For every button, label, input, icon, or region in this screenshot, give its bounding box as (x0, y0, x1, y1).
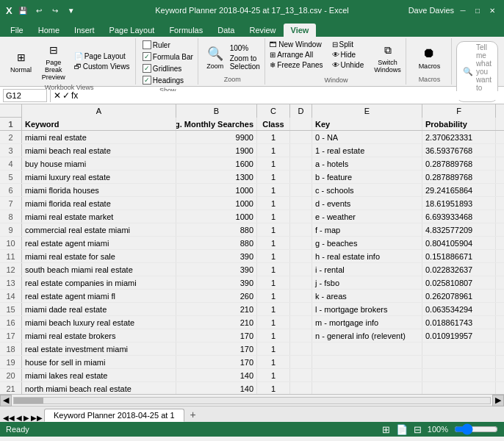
cell-b[interactable]: 1000 (176, 184, 257, 196)
cell-c[interactable]: 1 (257, 343, 290, 355)
cell-g[interactable] (496, 303, 504, 315)
cell-a[interactable]: miami florida real estate (22, 197, 176, 209)
cell-d[interactable] (290, 329, 312, 342)
cell-g[interactable] (496, 316, 504, 329)
col-header-c[interactable]: C (257, 104, 290, 118)
scroll-right-btn[interactable]: ▶ (492, 395, 504, 406)
cell-e[interactable] (312, 356, 422, 368)
customize-icon[interactable]: ▼ (65, 4, 77, 16)
page-break-preview-btn[interactable]: ⊟ Page BreakPreview (36, 40, 71, 82)
close-btn[interactable]: ✕ (486, 4, 498, 16)
cell-f[interactable]: 0.025810807 (422, 276, 496, 289)
cell-g[interactable] (496, 369, 504, 381)
cell-d[interactable] (290, 343, 312, 355)
zoom-slider[interactable] (454, 423, 498, 435)
normal-btn[interactable]: ⊞ Normal (7, 47, 35, 75)
cell-c[interactable]: 1 (257, 184, 290, 196)
cell-a[interactable]: miami florida houses (22, 184, 176, 196)
cell-g[interactable] (496, 237, 504, 249)
cell-b[interactable]: 1600 (176, 157, 257, 170)
formula-bar-checkbox[interactable]: ✓ (143, 52, 151, 61)
cell-b[interactable]: 390 (176, 263, 257, 276)
cell-b[interactable]: 210 (176, 316, 257, 329)
cell-e[interactable] (312, 382, 422, 394)
cell-e[interactable]: n - general info (relevent) (312, 329, 422, 342)
scroll-left-btn[interactable]: ◀ (0, 395, 12, 406)
cell-d[interactable] (290, 144, 312, 157)
cell-f[interactable]: 0.010919957 (422, 329, 496, 342)
cell-g[interactable] (496, 250, 504, 262)
cell-b[interactable]: 170 (176, 343, 257, 355)
cell-b[interactable]: 880 (176, 237, 257, 249)
cell-c[interactable]: 1 (257, 316, 290, 329)
cell-a[interactable]: south beach miami real estate (22, 263, 176, 276)
cell-f[interactable]: 0.262078961 (422, 290, 496, 302)
cell-c[interactable]: 1 (257, 276, 290, 289)
cell-d1[interactable] (290, 118, 312, 130)
cell-e[interactable]: i - rental (312, 263, 422, 276)
cell-b[interactable]: 210 (176, 303, 257, 315)
cell-c[interactable]: 1 (257, 369, 290, 381)
sheet-tab-1[interactable]: Keyword Planner 2018-04-25 at 1 (44, 409, 184, 422)
undo-icon[interactable]: ↩ (33, 4, 45, 16)
cell-e[interactable]: h - real estate info (312, 250, 422, 262)
cancel-formula-icon[interactable]: ✕ (54, 90, 61, 101)
tab-data[interactable]: Data (210, 24, 242, 37)
headings-checkbox[interactable]: ✓ (143, 76, 151, 85)
cell-f[interactable] (422, 356, 496, 368)
col-header-f[interactable]: F (422, 104, 496, 118)
cell-a1[interactable]: Keyword (22, 118, 176, 130)
cell-b[interactable]: 1000 (176, 210, 257, 223)
cell-e[interactable]: k - areas (312, 290, 422, 302)
cell-f[interactable]: 0.063534294 (422, 303, 496, 315)
tab-home[interactable]: Home (31, 24, 67, 37)
cell-c[interactable]: 1 (257, 263, 290, 276)
cell-c1[interactable]: Class (257, 118, 290, 130)
cell-e[interactable]: l - mortgage brokers (312, 303, 422, 315)
col-header-e[interactable]: E (312, 104, 422, 118)
cell-c[interactable]: 1 (257, 171, 290, 183)
cell-d[interactable] (290, 316, 312, 329)
cell-f[interactable]: 29.24165864 (422, 184, 496, 196)
cell-g[interactable] (496, 197, 504, 209)
cell-a[interactable]: miami real estate for sale (22, 250, 176, 262)
cell-f[interactable] (422, 343, 496, 355)
cell-b[interactable]: 170 (176, 356, 257, 368)
cell-b[interactable]: 390 (176, 250, 257, 262)
cell-g[interactable] (496, 210, 504, 223)
cell-e[interactable]: m - mortgage info (312, 316, 422, 329)
cell-f[interactable]: 18.61951893 (422, 197, 496, 209)
horizontal-scrollbar[interactable]: ◀ ▶ (0, 394, 504, 406)
cell-a[interactable]: miami lakes real estate (22, 369, 176, 381)
cell-g[interactable] (496, 157, 504, 170)
macros-btn[interactable]: ⏺ Macros (416, 43, 444, 71)
cell-g[interactable] (496, 223, 504, 236)
switch-windows-btn[interactable]: ⧉ SwitchWindows (371, 40, 404, 75)
scroll-track[interactable] (13, 397, 491, 404)
cell-f[interactable] (422, 369, 496, 381)
cell-g[interactable] (496, 276, 504, 289)
cell-a[interactable]: real estate companies in miami (22, 276, 176, 289)
cell-d[interactable] (290, 223, 312, 236)
cell-e[interactable] (312, 343, 422, 355)
cell-e[interactable]: f - map (312, 223, 422, 236)
tab-page-layout[interactable]: Page Layout (102, 24, 162, 37)
cell-a[interactable]: real estate agent miami (22, 237, 176, 249)
cell-b[interactable]: 1900 (176, 144, 257, 157)
cell-c[interactable]: 1 (257, 144, 290, 157)
cell-f[interactable]: 0.022832637 (422, 263, 496, 276)
cell-b[interactable]: 1000 (176, 197, 257, 209)
confirm-formula-icon[interactable]: ✓ (62, 90, 70, 101)
formula-input[interactable] (79, 91, 501, 100)
cell-d[interactable] (290, 382, 312, 394)
maximize-btn[interactable]: □ (472, 4, 483, 16)
cell-g[interactable] (496, 356, 504, 368)
gridlines-checkbox[interactable]: ✓ (143, 64, 151, 73)
cell-d[interactable] (290, 250, 312, 262)
cell-d[interactable] (290, 184, 312, 196)
col-header-a[interactable]: A (22, 104, 176, 118)
cell-b1[interactable]: Avg. Monthly Searches (176, 118, 257, 130)
cell-f[interactable]: 36.59376768 (422, 144, 496, 157)
cell-d[interactable] (290, 171, 312, 183)
cell-e[interactable]: b - feature (312, 171, 422, 183)
